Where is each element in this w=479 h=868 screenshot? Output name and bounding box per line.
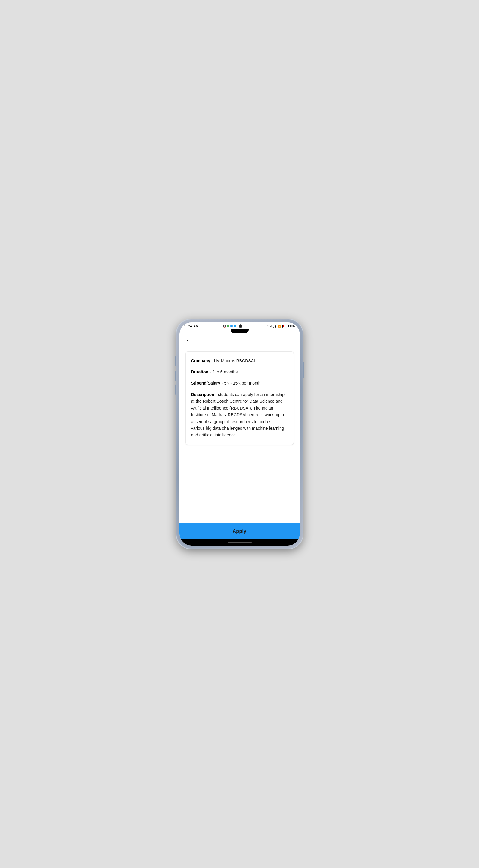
navigation-bar: ← bbox=[179, 333, 300, 347]
notch bbox=[179, 329, 300, 333]
company-row: Company - IIM Madras RBCDSAI bbox=[191, 358, 288, 364]
wifi-icon: 📶 bbox=[278, 324, 281, 328]
duration-value: 2 to 6 months bbox=[212, 370, 238, 374]
status-time: 11:57 AM bbox=[184, 324, 199, 328]
duration-row: Duration - 2 to 6 months bbox=[191, 369, 288, 375]
content-area: Company - IIM Madras RBCDSAI Duration - … bbox=[179, 347, 300, 523]
mute-icon: 🔇 bbox=[223, 324, 226, 328]
back-arrow-icon: ← bbox=[186, 337, 192, 343]
phone-device: 11:57 AM 🔇 ·· ✦ VL bbox=[176, 319, 303, 549]
detail-card: Company - IIM Madras RBCDSAI Duration - … bbox=[185, 351, 294, 445]
twitter-icon bbox=[234, 325, 236, 327]
description-row: Description - students can apply for an … bbox=[191, 391, 288, 438]
description-value: students can apply for an internship at … bbox=[191, 392, 285, 437]
status-right-icons: ✦ VL 📶 18% bbox=[267, 324, 295, 328]
description-dash: - bbox=[215, 392, 218, 397]
apply-label: Apply bbox=[233, 529, 247, 534]
company-label: Company bbox=[191, 358, 210, 363]
home-bar bbox=[228, 542, 252, 543]
company-dash: - bbox=[211, 358, 214, 363]
stipend-label: Stipend/Salary bbox=[191, 381, 220, 385]
app-icon-blue bbox=[230, 325, 233, 327]
signal-icon bbox=[273, 324, 277, 328]
battery-percent: 18% bbox=[289, 324, 295, 328]
more-notifications-icon: ·· bbox=[237, 324, 238, 328]
stipend-dash: - bbox=[221, 381, 224, 385]
status-bar: 11:57 AM 🔇 ·· ✦ VL bbox=[179, 322, 300, 329]
duration-dash: - bbox=[210, 370, 212, 374]
company-value: IIM Madras RBCDSAI bbox=[214, 358, 255, 363]
apply-button[interactable]: Apply bbox=[179, 523, 300, 539]
battery-icon bbox=[282, 324, 288, 328]
duration-label: Duration bbox=[191, 370, 209, 374]
stipend-value: 5K - 15K per month bbox=[224, 381, 261, 385]
bluetooth-icon: ✦ bbox=[267, 324, 269, 328]
whatsapp-icon bbox=[227, 325, 230, 327]
status-notification-icons: 🔇 ·· bbox=[223, 324, 242, 328]
stipend-row: Stipend/Salary - 5K - 15K per month bbox=[191, 380, 288, 386]
back-button[interactable]: ← bbox=[184, 336, 193, 345]
home-indicator bbox=[179, 539, 300, 546]
phone-screen: 11:57 AM 🔇 ·· ✦ VL bbox=[179, 322, 300, 546]
description-label: Description bbox=[191, 392, 214, 397]
volte-icon: VL bbox=[270, 325, 273, 327]
camera-icon bbox=[239, 324, 242, 328]
